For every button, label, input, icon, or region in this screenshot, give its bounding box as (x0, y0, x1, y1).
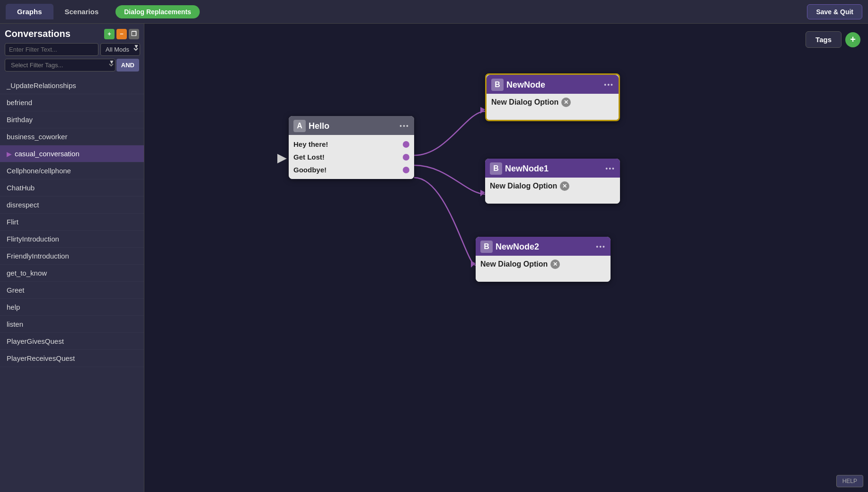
sidebar-list: _UpdateRelationshipsbefriendBirthdaybusi… (0, 77, 144, 492)
sidebar-item-Birthday[interactable]: Birthday (0, 111, 144, 128)
node-newnode-close-button[interactable]: ✕ (561, 98, 571, 107)
node-a-item-getlost-label: Get Lost! (293, 153, 325, 161)
sidebar-item-label: ChatHub (7, 184, 35, 192)
sidebar-item-FriendlyIntroduction[interactable]: FriendlyIntroduction (0, 248, 144, 265)
sidebar-item-listen[interactable]: listen (0, 316, 144, 333)
add-node-button[interactable]: + (845, 32, 860, 47)
filter-mods-select[interactable]: All Mods (100, 43, 140, 56)
copy-conversation-button[interactable]: ❐ (129, 29, 139, 39)
node-hello: A Hello ••• Hey there! Get Lost! Goodbye… (289, 116, 414, 179)
sidebar-title-row: Conversations + − ❐ (5, 28, 139, 39)
node-newnode-dialog-option: New Dialog Option ✕ (491, 98, 614, 107)
sidebar-item-FlirtyIntroduction[interactable]: FlirtyIntroduction (0, 231, 144, 248)
sidebar-item-help[interactable]: help (0, 299, 144, 316)
sidebar-item-get-to-know[interactable]: get_to_know (0, 265, 144, 282)
node-a-item-goodbye[interactable]: Goodbye! (293, 164, 409, 175)
sidebar-item-label: _UpdateRelationships (7, 81, 76, 89)
node-hello-body: Hey there! Get Lost! Goodbye! (289, 135, 414, 179)
svg-marker-0 (480, 107, 485, 114)
sidebar-item-label: Cellphone/cellphone (7, 167, 71, 175)
sidebar-item-Flirt[interactable]: Flirt (0, 214, 144, 231)
svg-marker-2 (471, 261, 476, 268)
tab-dialog-replacements[interactable]: Dialog Replacements (115, 5, 200, 18)
node-b-letter: B (491, 79, 504, 91)
sidebar-item-casual-conversation[interactable]: ▶casual_conversation (0, 145, 144, 162)
sidebar-item--UpdateRelationships[interactable]: _UpdateRelationships (0, 77, 144, 94)
node-a-item-getlost[interactable]: Get Lost! (293, 152, 409, 162)
add-conversation-button[interactable]: + (104, 29, 115, 39)
sidebar-item-PlayerReceivesQuest[interactable]: PlayerReceivesQuest (0, 350, 144, 367)
node-newnode1-dialog-option: New Dialog Option ✕ (490, 181, 615, 191)
sidebar-item-label: Birthday (7, 116, 33, 124)
node-newnode2-header: B NewNode2 ••• (476, 237, 611, 256)
tab-scenarios[interactable]: Scenarios (53, 4, 110, 19)
node-a-letter: A (293, 120, 306, 132)
sidebar-item-business-coworker[interactable]: business_coworker (0, 128, 144, 145)
sidebar-item-label: disrespect (7, 201, 39, 209)
connector-goodbye-dot[interactable] (403, 167, 409, 173)
sidebar-item-befriend[interactable]: befriend (0, 94, 144, 111)
sidebar-item-label: help (7, 303, 20, 311)
sidebar-item-label: listen (7, 320, 23, 328)
connector-getlost-dot[interactable] (403, 154, 409, 161)
and-filter-button[interactable]: AND (116, 59, 139, 72)
node-hello-header: A Hello ••• (289, 116, 414, 135)
sidebar-item-disrespect[interactable]: disrespect (0, 197, 144, 214)
top-bar: Graphs Scenarios Dialog Replacements Sav… (0, 0, 868, 24)
sidebar-item-ChatHub[interactable]: ChatHub (0, 179, 144, 197)
node-newnode: B NewNode ••• New Dialog Option ✕ (485, 73, 620, 121)
sidebar-item-Greet[interactable]: Greet (0, 282, 144, 299)
sidebar-icons: + − ❐ (104, 29, 139, 39)
filter-tags-select[interactable]: Select Filter Tags... (5, 59, 115, 72)
active-arrow-icon: ▶ (7, 150, 12, 158)
node-newnode1-menu[interactable]: ••• (605, 165, 615, 172)
node-hello-title: Hello (309, 121, 397, 131)
node-hello-items: Hey there! Get Lost! Goodbye! (293, 139, 409, 175)
node-newnode1: B NewNode1 ••• New Dialog Option ✕ (485, 159, 620, 204)
sidebar-header: Conversations + − ❐ All Mods ▼ Select Fi… (0, 24, 144, 77)
sidebar-item-label: Greet (7, 286, 25, 294)
node-newnode2: B NewNode2 ••• New Dialog Option ✕ (476, 237, 611, 282)
tags-button[interactable]: Tags (806, 31, 841, 48)
node-b2-letter: B (480, 241, 493, 253)
node-newnode1-close-button[interactable]: ✕ (560, 181, 569, 191)
sidebar-item-label: PlayerGivesQuest (7, 337, 64, 345)
sidebar-item-label: FriendlyIntroduction (7, 252, 69, 260)
canvas-area: Tags + A Hello (144, 24, 868, 492)
svg-marker-1 (480, 190, 485, 197)
node-newnode2-title: NewNode2 (496, 242, 593, 252)
node-newnode2-menu[interactable]: ••• (596, 243, 606, 250)
node-a-item-goodbye-label: Goodbye! (293, 166, 327, 174)
node-a-item-hey[interactable]: Hey there! (293, 139, 409, 150)
sidebar-item-label: befriend (7, 98, 32, 107)
sidebar-item-label: Flirt (7, 218, 18, 226)
node-newnode-header: B NewNode ••• (487, 75, 619, 94)
node-newnode2-body: New Dialog Option ✕ (476, 256, 611, 282)
node-newnode1-header: B NewNode1 ••• (485, 159, 620, 178)
help-button[interactable]: HELP (836, 475, 863, 487)
sidebar-item-label: PlayerReceivesQuest (7, 354, 75, 362)
save-quit-button[interactable]: Save & Quit (807, 4, 862, 19)
node-newnode2-dialog-option: New Dialog Option ✕ (480, 259, 606, 269)
node-newnode-title: NewNode (506, 80, 601, 90)
sidebar-item-Cellphone-cellphone[interactable]: Cellphone/cellphone (0, 162, 144, 179)
svg-marker-3 (277, 154, 287, 163)
node-hello-menu[interactable]: ••• (399, 122, 409, 130)
sidebar-title: Conversations (5, 28, 104, 39)
filter-text-input[interactable] (5, 43, 98, 56)
filter-row: All Mods ▼ (5, 43, 139, 56)
connector-hey-dot[interactable] (403, 141, 409, 148)
main-layout: Conversations + − ❐ All Mods ▼ Select Fi… (0, 24, 868, 492)
node-newnode-menu[interactable]: ••• (604, 81, 614, 89)
tags-filter-row: Select Filter Tags... ▼ AND (5, 59, 139, 72)
sidebar: Conversations + − ❐ All Mods ▼ Select Fi… (0, 24, 144, 492)
node-b1-letter: B (490, 162, 502, 175)
remove-conversation-button[interactable]: − (116, 29, 127, 39)
node-newnode1-body: New Dialog Option ✕ (485, 178, 620, 204)
node-newnode2-close-button[interactable]: ✕ (550, 259, 560, 269)
tags-area: Tags + (806, 31, 860, 48)
node-newnode2-dialog-label: New Dialog Option (480, 260, 548, 268)
sidebar-item-PlayerGivesQuest[interactable]: PlayerGivesQuest (0, 333, 144, 350)
sidebar-item-label: business_coworker (7, 133, 67, 141)
tab-graphs[interactable]: Graphs (6, 4, 53, 19)
